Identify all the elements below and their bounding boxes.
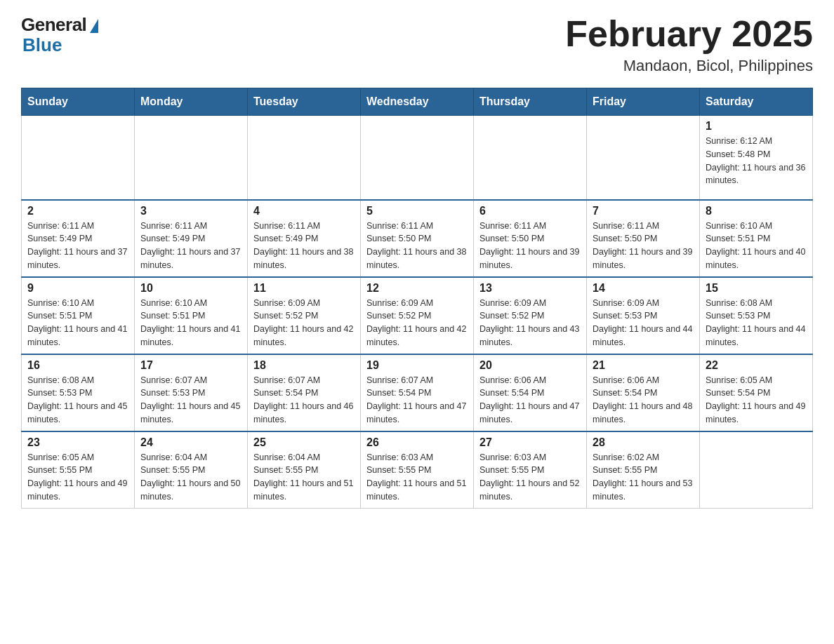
day-number: 15 bbox=[706, 282, 807, 295]
day-header-row: SundayMondayTuesdayWednesdayThursdayFrid… bbox=[22, 88, 813, 116]
calendar-cell: 25Sunrise: 6:04 AM Sunset: 5:55 PM Dayli… bbox=[248, 431, 361, 509]
main-title: February 2025 bbox=[565, 14, 813, 54]
day-number: 17 bbox=[140, 359, 241, 372]
day-number: 9 bbox=[27, 282, 128, 295]
calendar-cell bbox=[361, 116, 474, 200]
day-info: Sunrise: 6:03 AM Sunset: 5:55 PM Dayligh… bbox=[366, 452, 466, 502]
day-number: 1 bbox=[706, 120, 807, 133]
calendar-cell: 27Sunrise: 6:03 AM Sunset: 5:55 PM Dayli… bbox=[474, 431, 587, 509]
calendar-cell: 15Sunrise: 6:08 AM Sunset: 5:53 PM Dayli… bbox=[700, 277, 813, 354]
day-number: 13 bbox=[479, 282, 581, 295]
day-info: Sunrise: 6:08 AM Sunset: 5:53 PM Dayligh… bbox=[27, 375, 127, 424]
calendar-cell: 1Sunrise: 6:12 AM Sunset: 5:48 PM Daylig… bbox=[700, 116, 813, 200]
day-number: 26 bbox=[366, 436, 468, 449]
calendar-cell bbox=[135, 116, 248, 200]
day-number: 22 bbox=[706, 359, 807, 372]
day-info: Sunrise: 6:12 AM Sunset: 5:48 PM Dayligh… bbox=[706, 136, 805, 185]
day-info: Sunrise: 6:07 AM Sunset: 5:54 PM Dayligh… bbox=[366, 375, 466, 424]
day-number: 25 bbox=[253, 436, 355, 449]
column-header-monday: Monday bbox=[135, 88, 248, 116]
week-row-3: 9Sunrise: 6:10 AM Sunset: 5:51 PM Daylig… bbox=[22, 277, 813, 354]
week-row-5: 23Sunrise: 6:05 AM Sunset: 5:55 PM Dayli… bbox=[22, 431, 813, 509]
day-info: Sunrise: 6:02 AM Sunset: 5:55 PM Dayligh… bbox=[593, 452, 692, 502]
calendar-cell: 13Sunrise: 6:09 AM Sunset: 5:52 PM Dayli… bbox=[474, 277, 587, 354]
day-number: 18 bbox=[253, 359, 355, 372]
day-info: Sunrise: 6:06 AM Sunset: 5:54 PM Dayligh… bbox=[593, 375, 692, 424]
column-header-friday: Friday bbox=[587, 88, 700, 116]
day-info: Sunrise: 6:04 AM Sunset: 5:55 PM Dayligh… bbox=[140, 452, 240, 502]
day-info: Sunrise: 6:03 AM Sunset: 5:55 PM Dayligh… bbox=[479, 452, 579, 502]
day-info: Sunrise: 6:07 AM Sunset: 5:53 PM Dayligh… bbox=[140, 375, 240, 424]
subtitle: Mandaon, Bicol, Philippines bbox=[565, 57, 813, 75]
day-number: 10 bbox=[140, 282, 241, 295]
day-info: Sunrise: 6:05 AM Sunset: 5:55 PM Dayligh… bbox=[27, 452, 127, 502]
day-info: Sunrise: 6:10 AM Sunset: 5:51 PM Dayligh… bbox=[27, 298, 127, 347]
calendar-cell: 12Sunrise: 6:09 AM Sunset: 5:52 PM Dayli… bbox=[361, 277, 474, 354]
calendar-cell: 21Sunrise: 6:06 AM Sunset: 5:54 PM Dayli… bbox=[587, 354, 700, 431]
calendar-cell: 18Sunrise: 6:07 AM Sunset: 5:54 PM Dayli… bbox=[248, 354, 361, 431]
day-info: Sunrise: 6:11 AM Sunset: 5:50 PM Dayligh… bbox=[366, 221, 466, 270]
calendar-cell: 16Sunrise: 6:08 AM Sunset: 5:53 PM Dayli… bbox=[22, 354, 135, 431]
calendar-cell: 14Sunrise: 6:09 AM Sunset: 5:53 PM Dayli… bbox=[587, 277, 700, 354]
week-row-1: 1Sunrise: 6:12 AM Sunset: 5:48 PM Daylig… bbox=[22, 116, 813, 200]
calendar-cell: 3Sunrise: 6:11 AM Sunset: 5:49 PM Daylig… bbox=[135, 200, 248, 277]
day-number: 28 bbox=[593, 436, 694, 449]
calendar-cell bbox=[587, 116, 700, 200]
calendar-cell bbox=[248, 116, 361, 200]
column-header-saturday: Saturday bbox=[700, 88, 813, 116]
calendar-cell: 24Sunrise: 6:04 AM Sunset: 5:55 PM Dayli… bbox=[135, 431, 248, 509]
calendar-cell: 7Sunrise: 6:11 AM Sunset: 5:50 PM Daylig… bbox=[587, 200, 700, 277]
day-number: 20 bbox=[479, 359, 581, 372]
calendar-cell: 8Sunrise: 6:10 AM Sunset: 5:51 PM Daylig… bbox=[700, 200, 813, 277]
day-info: Sunrise: 6:09 AM Sunset: 5:52 PM Dayligh… bbox=[366, 298, 466, 347]
day-number: 16 bbox=[27, 359, 128, 372]
calendar-cell: 2Sunrise: 6:11 AM Sunset: 5:49 PM Daylig… bbox=[22, 200, 135, 277]
logo-general-text: General bbox=[21, 14, 86, 36]
day-number: 12 bbox=[366, 282, 468, 295]
day-info: Sunrise: 6:07 AM Sunset: 5:54 PM Dayligh… bbox=[253, 375, 353, 424]
page-header: General Blue February 2025 Mandaon, Bico… bbox=[21, 14, 813, 75]
calendar-cell: 11Sunrise: 6:09 AM Sunset: 5:52 PM Dayli… bbox=[248, 277, 361, 354]
day-info: Sunrise: 6:04 AM Sunset: 5:55 PM Dayligh… bbox=[253, 452, 353, 502]
day-info: Sunrise: 6:10 AM Sunset: 5:51 PM Dayligh… bbox=[140, 298, 240, 347]
day-info: Sunrise: 6:11 AM Sunset: 5:49 PM Dayligh… bbox=[27, 221, 127, 270]
day-number: 4 bbox=[253, 205, 355, 217]
day-info: Sunrise: 6:09 AM Sunset: 5:52 PM Dayligh… bbox=[253, 298, 353, 347]
column-header-tuesday: Tuesday bbox=[248, 88, 361, 116]
logo-blue-text: Blue bbox=[21, 34, 62, 56]
day-info: Sunrise: 6:06 AM Sunset: 5:54 PM Dayligh… bbox=[479, 375, 579, 424]
day-number: 2 bbox=[27, 205, 128, 217]
calendar-cell bbox=[22, 116, 135, 200]
day-number: 14 bbox=[593, 282, 694, 295]
day-number: 27 bbox=[479, 436, 581, 449]
logo-triangle-icon bbox=[90, 19, 98, 33]
logo: General Blue bbox=[21, 14, 98, 56]
calendar-cell: 10Sunrise: 6:10 AM Sunset: 5:51 PM Dayli… bbox=[135, 277, 248, 354]
calendar-cell: 5Sunrise: 6:11 AM Sunset: 5:50 PM Daylig… bbox=[361, 200, 474, 277]
day-number: 24 bbox=[140, 436, 241, 449]
day-number: 19 bbox=[366, 359, 468, 372]
calendar-cell: 26Sunrise: 6:03 AM Sunset: 5:55 PM Dayli… bbox=[361, 431, 474, 509]
calendar-cell: 20Sunrise: 6:06 AM Sunset: 5:54 PM Dayli… bbox=[474, 354, 587, 431]
calendar-cell: 4Sunrise: 6:11 AM Sunset: 5:49 PM Daylig… bbox=[248, 200, 361, 277]
calendar-table: SundayMondayTuesdayWednesdayThursdayFrid… bbox=[21, 88, 813, 509]
column-header-wednesday: Wednesday bbox=[361, 88, 474, 116]
day-info: Sunrise: 6:11 AM Sunset: 5:50 PM Dayligh… bbox=[593, 221, 692, 270]
calendar-cell: 17Sunrise: 6:07 AM Sunset: 5:53 PM Dayli… bbox=[135, 354, 248, 431]
day-info: Sunrise: 6:10 AM Sunset: 5:51 PM Dayligh… bbox=[706, 221, 805, 270]
calendar-cell: 22Sunrise: 6:05 AM Sunset: 5:54 PM Dayli… bbox=[700, 354, 813, 431]
calendar-cell: 19Sunrise: 6:07 AM Sunset: 5:54 PM Dayli… bbox=[361, 354, 474, 431]
day-number: 23 bbox=[27, 436, 128, 449]
day-number: 8 bbox=[706, 205, 807, 217]
title-block: February 2025 Mandaon, Bicol, Philippine… bbox=[565, 14, 813, 75]
day-number: 5 bbox=[366, 205, 468, 217]
day-number: 21 bbox=[593, 359, 694, 372]
week-row-2: 2Sunrise: 6:11 AM Sunset: 5:49 PM Daylig… bbox=[22, 200, 813, 277]
calendar-cell: 6Sunrise: 6:11 AM Sunset: 5:50 PM Daylig… bbox=[474, 200, 587, 277]
day-info: Sunrise: 6:08 AM Sunset: 5:53 PM Dayligh… bbox=[706, 298, 805, 347]
column-header-thursday: Thursday bbox=[474, 88, 587, 116]
day-number: 3 bbox=[140, 205, 241, 217]
day-info: Sunrise: 6:05 AM Sunset: 5:54 PM Dayligh… bbox=[706, 375, 805, 424]
calendar-cell bbox=[474, 116, 587, 200]
day-info: Sunrise: 6:11 AM Sunset: 5:49 PM Dayligh… bbox=[253, 221, 353, 270]
